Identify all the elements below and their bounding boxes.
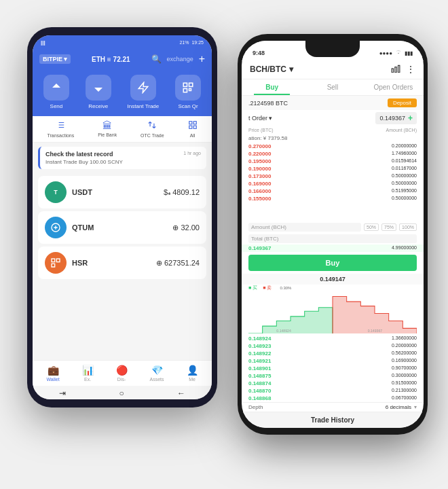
sell-tab[interactable]: Sell — [302, 79, 362, 95]
hsr-balance: ⊕ 627351.24 — [156, 259, 200, 268]
send-label: Send — [50, 103, 63, 109]
carrier-text: ||| — [41, 39, 45, 46]
chart-toggle-icon[interactable] — [391, 64, 400, 75]
total-field[interactable]: Total (BTC) — [248, 234, 417, 243]
receive-button[interactable]: Receive — [86, 75, 111, 109]
wallet-nav-item[interactable]: 💼 Wallet — [46, 365, 59, 382]
send-button[interactable]: Send — [43, 75, 69, 109]
scan-qr-label: Scan Qr — [178, 103, 198, 109]
order-type-chevron-icon: ▾ — [269, 115, 272, 122]
receive-icon — [86, 75, 111, 101]
deposit-button[interactable]: Deposit — [388, 98, 417, 107]
ios-status-icons: ●●●● ▮▮▮ — [379, 50, 413, 56]
100pct-button[interactable]: 100% — [399, 223, 417, 231]
back-icon[interactable]: ← — [177, 388, 185, 398]
order-type-selector[interactable]: t Order ▾ — [248, 115, 272, 122]
all-icon — [188, 120, 198, 132]
depth-arrow-icon[interactable]: ▾ — [414, 404, 417, 410]
hsr-asset-row[interactable]: HSR ⊕ 627351.24 — [38, 247, 206, 279]
buy-button[interactable]: Buy — [248, 255, 417, 271]
mid-price: 0.149147 — [242, 274, 424, 285]
trading-pair[interactable]: BCH/BTC ▾ — [250, 65, 293, 74]
assets-nav-item[interactable]: 💎 Assets — [150, 365, 164, 382]
transactions-button[interactable]: Transactions — [47, 120, 74, 138]
sell-legend: ■ 卖 — [263, 285, 272, 291]
usdt-asset-row[interactable]: T USDT $₄ 4809.12 — [38, 176, 206, 209]
hsr-icon — [45, 252, 67, 274]
hsr-name: HSR — [72, 259, 88, 267]
pair-chevron-icon: ▾ — [289, 65, 293, 74]
open-orders-tab[interactable]: Open Orders — [363, 79, 424, 95]
instant-trade-icon — [130, 75, 156, 101]
me-label: Me — [189, 377, 195, 382]
ask-rows: 0.148924 1.36600000 0.148923 0.20000000 … — [242, 335, 424, 402]
discover-icon: 🔴 — [116, 365, 128, 376]
amount-col-header: Amount (BCH) — [386, 128, 417, 132]
chart-legend: ■ 买 ■ 卖 0.30% — [242, 285, 424, 291]
recent-apps-icon[interactable]: ⇥ — [59, 388, 66, 398]
instant-trade-label: Instant Trade — [128, 103, 160, 109]
amount-field[interactable]: Amount (BCH) — [248, 223, 361, 232]
svg-marker-0 — [138, 83, 148, 93]
instant-trade-button[interactable]: Instant Trade — [128, 75, 160, 109]
brand-logo[interactable]: BITPIE ▾ — [39, 54, 71, 64]
home-icon[interactable]: ○ — [119, 388, 124, 398]
scan-qr-button[interactable]: Scan Qr — [175, 75, 201, 109]
price-input[interactable]: 0.149367 + — [375, 112, 417, 124]
discover-nav-item[interactable]: 🔴 Dis- — [116, 365, 128, 382]
sell-order-6: 0.169000 0.50000000 — [242, 180, 424, 187]
receive-label: Receive — [88, 103, 108, 109]
svg-rect-14 — [398, 65, 400, 73]
otc-trade-label: OTC Trade — [141, 133, 164, 138]
android-home-bar: ⇥ ○ ← — [33, 386, 212, 399]
header-icons: 🔍 exchange + — [151, 53, 205, 65]
buy-tab[interactable]: Buy — [242, 79, 302, 95]
sell-order-7: 0.166000 0.51995000 — [242, 187, 424, 195]
qtum-asset-row[interactable]: QTUM ⊕ 32.00 — [38, 211, 206, 244]
usdt-name: USDT — [72, 188, 92, 196]
sell-order-1: 0.270000 0.20000000 — [242, 143, 424, 150]
scan-qr-icon — [175, 75, 201, 101]
trade-history-button[interactable]: Trade History — [242, 412, 424, 428]
svg-text:0.149367: 0.149367 — [368, 329, 383, 333]
me-icon: 👤 — [187, 365, 198, 376]
exchange-nav-item[interactable]: 📊 Ex. — [82, 365, 94, 382]
pct-change: 0.30% — [280, 286, 291, 290]
svg-rect-6 — [193, 122, 196, 124]
svg-rect-11 — [56, 259, 60, 262]
depth-decimals: 6 decimals — [386, 404, 411, 410]
ask-row-6: 0.148875 0.30000000 — [242, 372, 424, 380]
assets-list: T USDT $₄ 4809.12 QTUM ⊕ 32.00 — [33, 173, 212, 360]
ask-row-9: 0.148868 0.06700000 — [242, 395, 424, 402]
qtum-balance: ⊕ 32.00 — [172, 223, 200, 232]
all-button[interactable]: All — [188, 120, 198, 138]
sell-orders: 0.270000 0.20000000 0.220000 1.74960000 … — [242, 143, 424, 221]
ios-time: 9:48 — [253, 50, 265, 56]
depth-label: Depth — [248, 404, 263, 410]
ios-battery-icon: ▮▮▮ — [405, 50, 413, 56]
estimation-row: ation: ¥ 7379.58 — [242, 134, 424, 143]
more-options-icon[interactable]: ⋮ — [406, 64, 415, 75]
android-phone: ||| 21% 19:25 BITPIE ▾ ETH ≡ 72.21 🔍 — [27, 27, 217, 408]
ios-wifi-icon — [395, 50, 402, 56]
exchange-icon[interactable]: exchange — [167, 56, 193, 62]
search-icon[interactable]: 🔍 — [151, 54, 162, 64]
time-text: 19:25 — [191, 40, 204, 45]
svg-rect-4 — [189, 89, 191, 91]
ios-phone: 9:48 ●●●● ▮▮▮ BCH/BTC ▾ — [238, 34, 428, 435]
pie-bank-button[interactable]: 🏛 Pie Bank — [98, 120, 117, 138]
75pct-button[interactable]: 75% — [381, 223, 396, 231]
secondary-nav: Transactions 🏛 Pie Bank OTC Trade A — [33, 116, 212, 143]
ios-screen: 9:48 ●●●● ▮▮▮ BCH/BTC ▾ — [242, 41, 424, 428]
quick-actions-row: Send Receive Instant Trade — [33, 69, 212, 116]
ask-row-2: 0.148923 0.20000000 — [242, 342, 424, 350]
buy-order-row: 0.149367 4.99000000 — [242, 244, 424, 252]
add-icon[interactable]: + — [199, 53, 205, 65]
ask-row-1: 0.148924 1.36600000 — [242, 335, 424, 342]
android-status-bar: ||| 21% 19:25 — [33, 35, 212, 49]
price-col-header: Price (BTC) — [248, 128, 274, 132]
sell-order-8: 0.155000 0.50000000 — [242, 195, 424, 202]
me-nav-item[interactable]: 👤 Me — [187, 365, 198, 382]
otc-trade-button[interactable]: OTC Trade — [141, 120, 164, 138]
50pct-button[interactable]: 50% — [364, 223, 379, 231]
